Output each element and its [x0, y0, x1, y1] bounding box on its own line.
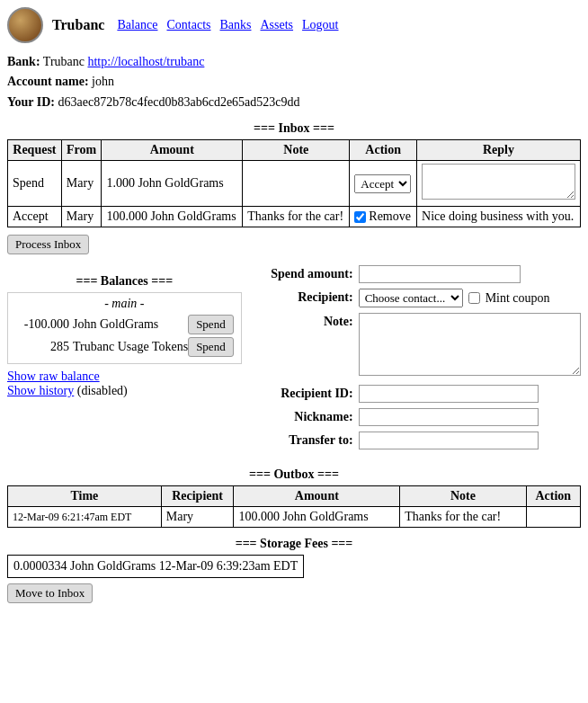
balance-currency-1: John GoldGrams — [73, 317, 188, 332]
spend-amount-row: Spend amount: — [260, 265, 581, 283]
outbox-row-1: 12-Mar-09 6:21:47am EDT Mary 100.000 Joh… — [8, 507, 581, 528]
storage-value: 0.0000334 John GoldGrams 12-Mar-09 6:39:… — [13, 559, 298, 573]
balance-row-1: -100.000 John GoldGrams Spend — [15, 315, 234, 334]
site-name: Trubanc — [52, 17, 104, 33]
id-value: d63aec872b78c4fecd0b83ab6cd2e65ad523c9dd — [58, 95, 300, 109]
outbox-note-1: Thanks for the car! — [400, 507, 526, 528]
links-area: Show raw balance Show history (disabled) — [7, 369, 242, 398]
nav-contacts[interactable]: Contacts — [166, 18, 210, 32]
inbox-note-1 — [243, 161, 350, 207]
inbox-title: === Inbox === — [7, 121, 581, 136]
outbox-col-time: Time — [8, 486, 162, 507]
nickname-input[interactable] — [359, 408, 539, 426]
spend-button-1[interactable]: Spend — [188, 315, 234, 334]
outbox-col-note: Note — [400, 486, 526, 507]
recipient-id-row: Recipient ID: — [260, 385, 581, 403]
recipient-row: Recipient: Choose contact... Mint coupon — [260, 289, 581, 307]
inbox-reply-2: Nice doing business with you. — [417, 207, 581, 227]
storage-section: === Storage Fees === 0.0000334 John Gold… — [7, 537, 581, 603]
inbox-amount-2: 100.000 John GoldGrams — [102, 207, 243, 227]
outbox-action-1 — [526, 507, 580, 528]
transfer-to-input[interactable] — [359, 432, 539, 449]
col-action: Action — [350, 140, 417, 161]
main-content: === Balances === - main - -100.000 John … — [7, 265, 581, 455]
spend-amount-input[interactable] — [359, 265, 521, 283]
account-info: Bank: Trubanc http://localhost/trubanc A… — [7, 52, 581, 112]
col-request: Request — [8, 140, 62, 161]
storage-box: 0.0000334 John GoldGrams 12-Mar-09 6:39:… — [7, 555, 304, 578]
balances-section: === Balances === - main - -100.000 John … — [7, 265, 242, 398]
col-reply: Reply — [417, 140, 581, 161]
outbox-title: === Outbox === — [7, 467, 581, 482]
outbox-col-recipient: Recipient — [161, 486, 234, 507]
recipient-id-input[interactable] — [359, 385, 539, 403]
outbox-section: === Outbox === Time Recipient Amount Not… — [7, 467, 581, 528]
outbox-recipient-1: Mary — [161, 507, 234, 528]
bank-label: Bank: — [7, 55, 40, 68]
inbox-row-1: Spend Mary 1.000 John GoldGrams Accept R… — [8, 161, 581, 207]
note-textarea[interactable] — [359, 313, 581, 376]
accept-select[interactable]: Accept Reject — [354, 174, 411, 193]
nickname-label: Nickname: — [260, 408, 359, 424]
balance-amount-2: 285 — [15, 340, 69, 354]
recipient-label: Recipient: — [260, 289, 359, 305]
nav-balance[interactable]: Balance — [117, 18, 157, 32]
inbox-from-2: Mary — [61, 207, 102, 227]
process-inbox-area: Process Inbox — [7, 235, 581, 254]
mint-coupon-checkbox[interactable] — [468, 292, 480, 304]
outbox-col-amount: Amount — [234, 486, 400, 507]
transfer-to-row: Transfer to: — [260, 432, 581, 449]
inbox-request-2: Accept — [8, 207, 62, 227]
reply-textarea-1[interactable] — [422, 164, 575, 200]
account-name: john — [92, 75, 114, 88]
bank-url[interactable]: http://localhost/trubanc — [87, 55, 204, 68]
remove-label: Remove — [369, 209, 411, 224]
balance-row-2: 285 Trubanc Usage Tokens Spend — [15, 337, 234, 357]
inbox-note-2: Thanks for the car! — [243, 207, 350, 227]
inbox-action-2[interactable]: Remove — [350, 207, 417, 227]
move-inbox-button[interactable]: Move to Inbox — [7, 583, 93, 603]
site-logo — [7, 7, 43, 43]
balance-currency-2: Trubanc Usage Tokens — [73, 340, 188, 354]
outbox-amount-1: 100.000 John GoldGrams — [234, 507, 400, 528]
account-label: Account name: — [7, 75, 89, 88]
choose-contact-select[interactable]: Choose contact... — [359, 289, 463, 307]
inbox-request-1: Spend — [8, 161, 62, 207]
storage-title: === Storage Fees === — [7, 537, 581, 551]
inbox-amount-1: 1.000 John GoldGrams — [102, 161, 243, 207]
mint-coupon-label: Mint coupon — [486, 291, 550, 306]
transfer-to-label: Transfer to: — [260, 432, 359, 448]
id-label: Your ID: — [7, 95, 55, 109]
nav-assets[interactable]: Assets — [260, 18, 293, 32]
nickname-row: Nickname: — [260, 408, 581, 426]
inbox-table: Request From Amount Note Action Reply Sp… — [7, 139, 581, 227]
show-history-link[interactable]: Show history — [7, 384, 74, 397]
recipient-id-label: Recipient ID: — [260, 385, 359, 401]
note-label: Note: — [260, 313, 359, 329]
bank-name: Trubanc — [43, 55, 85, 68]
balance-amount-1: -100.000 — [15, 317, 69, 332]
outbox-table: Time Recipient Amount Note Action 12-Mar… — [7, 485, 581, 528]
inbox-from-1: Mary — [61, 161, 102, 207]
nav-banks[interactable]: Banks — [219, 18, 251, 32]
balance-subtitle: - main - — [15, 297, 234, 311]
balances-title: === Balances === — [7, 274, 242, 289]
spend-button-2[interactable]: Spend — [188, 337, 234, 357]
col-note: Note — [243, 140, 350, 161]
col-amount: Amount — [102, 140, 243, 161]
inbox-reply-1[interactable] — [417, 161, 581, 207]
nav-logout[interactable]: Logout — [302, 18, 338, 32]
remove-checkbox[interactable] — [354, 211, 366, 223]
outbox-time-1: 12-Mar-09 6:21:47am EDT — [8, 507, 162, 528]
process-inbox-button[interactable]: Process Inbox — [7, 235, 89, 254]
outbox-col-action: Action — [526, 486, 580, 507]
col-from: From — [61, 140, 102, 161]
spend-form: Spend amount: Recipient: Choose contact.… — [260, 265, 581, 455]
inbox-row-2: Accept Mary 100.000 John GoldGrams Thank… — [8, 207, 581, 227]
show-raw-balance-link[interactable]: Show raw balance — [7, 369, 100, 383]
balances-box: - main - -100.000 John GoldGrams Spend 2… — [7, 292, 242, 364]
header: Trubanc Balance Contacts Banks Assets Lo… — [7, 7, 581, 43]
note-row: Note: — [260, 313, 581, 379]
history-disabled: (disabled) — [77, 384, 128, 397]
inbox-action-1[interactable]: Accept Reject — [350, 161, 417, 207]
